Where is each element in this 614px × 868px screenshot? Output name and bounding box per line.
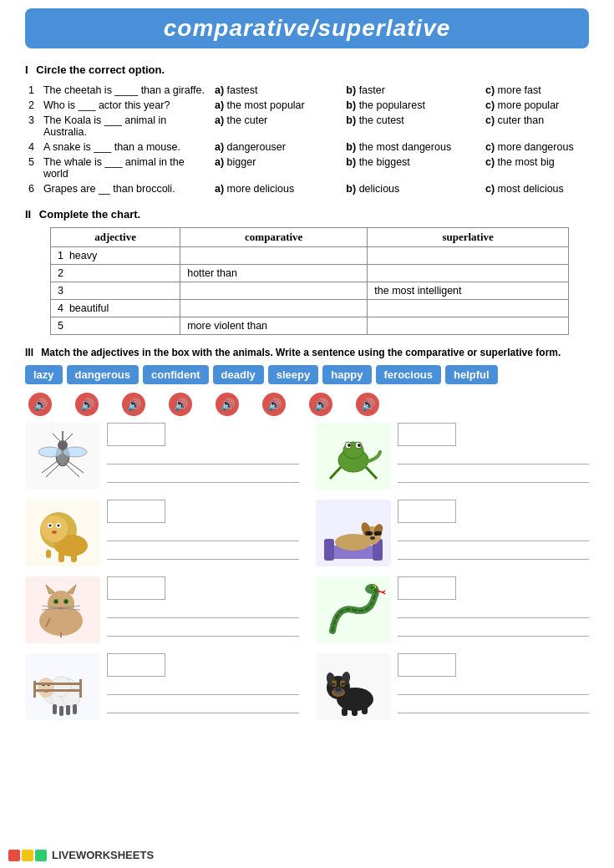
chart-adj-5[interactable]: 5 [51,317,180,335]
svg-rect-40 [365,531,373,536]
speaker-icon-6[interactable]: 🔊 [309,393,332,416]
write-line-2-snake[interactable] [398,623,590,637]
q-b-6[interactable]: b) delicious [343,181,482,196]
svg-line-18 [366,467,377,479]
footer-logo [8,850,47,861]
q-c-1[interactable]: c) more fast [482,83,589,98]
answer-box-cat[interactable] [107,576,165,600]
animal-entry-dog [316,500,590,570]
answer-box-mosquito[interactable] [107,423,165,446]
chart-super-2[interactable] [368,265,569,282]
write-line-1-lion[interactable] [107,528,299,541]
write-line-2-frog[interactable] [398,470,590,483]
q-text-5: The whale is ___ animal in the world [40,155,211,181]
adj-box-confident[interactable]: confident [143,365,209,384]
q-b-2[interactable]: b) the popularest [343,98,482,113]
q-b-5[interactable]: b) the biggest [343,155,482,181]
svg-line-9 [53,434,60,441]
q-text-3: The Koala is ___ animal in Australia. [40,113,211,140]
chart-comp-4[interactable] [180,300,368,317]
chart-super-1[interactable] [368,247,569,265]
q-b-4[interactable]: b) the most dangerous [343,140,482,155]
adj-box-lazy[interactable]: lazy [25,365,63,384]
svg-rect-78 [79,679,82,698]
animals-grid [25,423,589,723]
write-line-1-cat[interactable] [107,605,299,618]
q-num-5: 5 [25,155,40,181]
chart-super-5[interactable] [368,317,569,335]
answer-box-frog[interactable] [398,423,456,446]
speaker-icon-0[interactable]: 🔊 [28,393,52,416]
write-line-1-frog[interactable] [398,451,590,464]
footer: LIVEWORKSHEETS [0,849,614,861]
svg-point-2 [38,447,62,457]
q-c-3[interactable]: c) cuter than [482,113,589,140]
speaker-icon-2[interactable]: 🔊 [122,393,145,416]
question-row-3: 3 The Koala is ___ animal in Australia. … [25,113,589,140]
write-line-2-dog[interactable] [398,546,590,560]
adj-box-helpful[interactable]: helpful [445,365,498,384]
question-row-6: 6 Grapes are __ than broccoli. a) more d… [25,181,589,196]
adj-box-ferocious[interactable]: ferocious [376,365,442,384]
animal-image-lion [25,500,100,566]
write-line-2-cat[interactable] [107,623,299,637]
q-num-1: 1 [25,83,40,98]
svg-line-5 [46,463,61,477]
svg-line-10 [65,434,73,441]
svg-point-15 [348,444,351,447]
title-bar: comparative/superlative [25,8,589,48]
write-line-1-sheep[interactable] [107,682,299,695]
q-a-3[interactable]: a) the cuter [211,113,343,140]
q-a-6[interactable]: a) more delicious [211,181,343,196]
adj-box-deadly[interactable]: deadly [213,365,264,384]
write-line-2-lion[interactable] [107,546,299,560]
speaker-icon-3[interactable]: 🔊 [169,393,192,416]
chart-comp-1[interactable] [180,247,368,265]
chart-super-4[interactable] [368,300,569,317]
q-a-4[interactable]: a) dangerouser [211,140,343,155]
write-line-2-rottweiler[interactable] [398,700,590,713]
q-a-2[interactable]: a) the most popular [211,98,343,113]
speaker-row[interactable]: 🔊🔊🔊🔊🔊🔊🔊🔊 [25,393,589,416]
animal-image-mosquito [25,423,100,490]
question-row-4: 4 A snake is ___ than a mouse. a) danger… [25,140,589,155]
animal-entry-sheep [25,653,299,723]
speaker-icon-5[interactable]: 🔊 [262,393,286,416]
write-line-2-mosquito[interactable] [107,470,299,483]
adj-box-dangerous[interactable]: dangerous [67,365,139,384]
adj-box-sleepy[interactable]: sleepy [268,365,318,384]
q-b-1[interactable]: b) faster [343,83,482,98]
q-num-2: 2 [25,98,40,113]
speaker-icon-7[interactable]: 🔊 [356,393,379,416]
chart-adj-2[interactable]: 2 [51,265,180,282]
q-a-5[interactable]: a) bigger [211,155,343,181]
question-row-2: 2 Who is ___ actor this year? a) the mos… [25,98,589,113]
q-c-2[interactable]: c) more popular [482,98,589,113]
speaker-icon-1[interactable]: 🔊 [75,393,99,416]
chart-comp-3[interactable] [180,282,368,300]
speaker-icon-4[interactable]: 🔊 [216,393,239,416]
svg-point-49 [55,601,58,603]
write-line-2-sheep[interactable] [107,700,299,713]
q-a-1[interactable]: a) fastest [211,83,343,98]
answer-box-sheep[interactable] [107,653,165,677]
animal-answer-area-rottweiler [398,653,590,713]
answer-box-rottweiler[interactable] [398,653,456,677]
answer-box-lion[interactable] [107,500,165,523]
svg-rect-76 [73,704,77,714]
chart-adj-3[interactable]: 3 [51,282,180,300]
adjective-boxes: lazydangerousconfidentdeadlysleepyhappyf… [25,365,589,384]
write-line-1-dog[interactable] [398,528,590,541]
write-line-1-rottweiler[interactable] [398,682,590,695]
answer-box-dog[interactable] [398,500,456,523]
chart-header-comparative: comparative [180,228,368,247]
write-line-1-snake[interactable] [398,605,590,618]
q-c-5[interactable]: c) the most big [482,155,589,181]
chart-row-4: 4 beautiful [51,300,569,317]
answer-box-snake[interactable] [398,576,456,600]
q-c-4[interactable]: c) more dangerous [482,140,589,155]
write-line-1-mosquito[interactable] [107,451,299,464]
q-b-3[interactable]: b) the cutest [343,113,482,140]
q-c-6[interactable]: c) most delicious [482,181,589,196]
adj-box-happy[interactable]: happy [322,365,371,384]
